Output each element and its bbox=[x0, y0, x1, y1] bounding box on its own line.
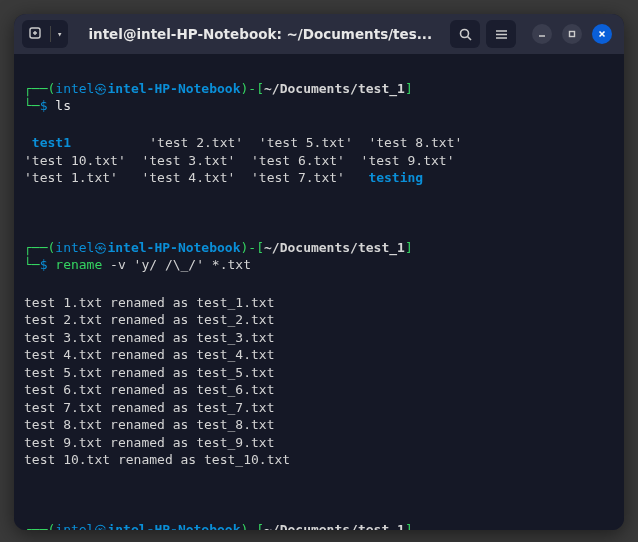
maximize-button[interactable] bbox=[562, 24, 582, 44]
menu-button[interactable] bbox=[486, 20, 516, 48]
svg-line-4 bbox=[467, 36, 471, 40]
terminal-window: ▾ intel@intel-HP-Notebook: ~/Documents/t… bbox=[14, 14, 624, 530]
ls-output: test1 'test 2.txt' 'test 5.txt' 'test 8.… bbox=[24, 134, 614, 187]
titlebar: ▾ intel@intel-HP-Notebook: ~/Documents/t… bbox=[14, 14, 624, 54]
chevron-down-icon[interactable]: ▾ bbox=[57, 29, 62, 39]
minimize-icon bbox=[537, 29, 547, 39]
window-title: intel@intel-HP-Notebook: ~/Documents/tes… bbox=[74, 26, 444, 42]
close-button[interactable] bbox=[592, 24, 612, 44]
prompt-2: ┌──(intel㉿intel-HP-Notebook)-[~/Document… bbox=[24, 239, 614, 274]
command-2: rename bbox=[55, 257, 102, 272]
svg-point-3 bbox=[460, 29, 468, 37]
new-tab-button[interactable]: ▾ bbox=[22, 20, 68, 48]
hamburger-icon bbox=[494, 27, 509, 42]
search-icon bbox=[458, 27, 473, 42]
rename-output: test 1.txt renamed as test_1.txt test 2.… bbox=[24, 294, 614, 469]
divider bbox=[50, 26, 51, 42]
close-icon bbox=[597, 29, 607, 39]
minimize-button[interactable] bbox=[532, 24, 552, 44]
terminal-body[interactable]: ┌──(intel㉿intel-HP-Notebook)-[~/Document… bbox=[14, 54, 624, 530]
svg-rect-9 bbox=[570, 32, 575, 37]
maximize-icon bbox=[567, 29, 577, 39]
command-1: ls bbox=[55, 98, 71, 113]
window-controls bbox=[522, 24, 616, 44]
new-tab-icon bbox=[28, 26, 44, 42]
prompt-3: ┌──(intel㉿intel-HP-Notebook)-[~/Document… bbox=[24, 521, 614, 530]
prompt-1: ┌──(intel㉿intel-HP-Notebook)-[~/Document… bbox=[24, 80, 614, 115]
search-button[interactable] bbox=[450, 20, 480, 48]
